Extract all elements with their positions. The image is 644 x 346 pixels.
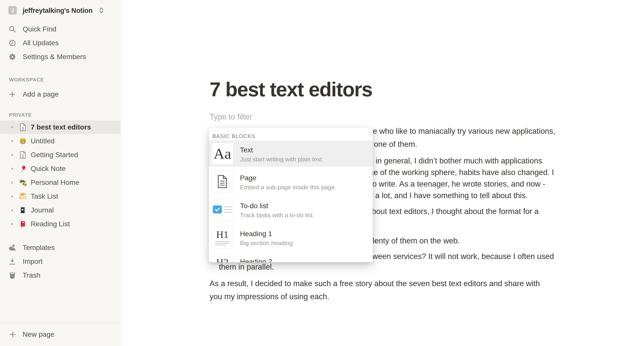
sidebar-page-label: Getting Started: [31, 151, 78, 159]
heading1-block-icon: H1: [211, 226, 233, 248]
toggle-expand-icon[interactable]: [10, 208, 15, 212]
sidebar-page-label: Task List: [31, 192, 58, 200]
sidebar-page-quick-note[interactable]: Quick Note: [0, 162, 121, 176]
menu-item-title: Heading 1: [240, 230, 272, 238]
article-text-line[interactable]: bout text editors, I thought about the f…: [372, 206, 539, 217]
page-document-icon: [19, 151, 27, 159]
toggle-expand-icon[interactable]: [10, 139, 15, 143]
article-text-line[interactable]: them in parallel.: [219, 262, 274, 272]
menu-item-title: Text: [240, 146, 253, 154]
sidebar-item-trash[interactable]: Trash: [0, 269, 121, 282]
menu-item-description: Big section heading.: [240, 239, 294, 247]
slash-command-menu: BASIC BLOCKS Aa Text Just start writing …: [209, 127, 373, 262]
toggle-expand-icon[interactable]: [10, 194, 15, 198]
sidebar-page-task-list[interactable]: Task List: [0, 190, 121, 203]
menu-item-description: Just start writing with plain text.: [240, 156, 324, 163]
new-page-label: New page: [23, 330, 54, 338]
menu-item-heading-2[interactable]: H2 Heading 2: [209, 252, 373, 262]
add-a-page-label: Add a page: [23, 90, 59, 98]
article-text-line[interactable]: you my impressions of using each.: [210, 292, 329, 302]
sidebar-item-import[interactable]: Import: [0, 255, 121, 268]
article-text-line[interactable]: ween services? It will not work, because…: [372, 251, 554, 262]
article-text-line[interactable]: l a lot, and I have something to tell ab…: [371, 191, 528, 201]
templates-shapes-icon: [9, 244, 16, 251]
sidebar-item-label: Import: [23, 257, 43, 266]
toggle-expand-icon[interactable]: [10, 125, 15, 129]
article-text-line[interactable]: , in general, I didn’t bother much with …: [371, 156, 542, 166]
sidebar-page-journal[interactable]: Journal: [0, 203, 121, 217]
sidebar-page-label: Untitled: [31, 137, 55, 145]
workspace-avatar: J: [8, 6, 17, 15]
menu-item-heading-1[interactable]: H1 Heading 1 Big section heading.: [209, 224, 373, 250]
clock-icon: [9, 39, 16, 47]
todo-block-icon: [211, 198, 233, 221]
sidebar-item-templates[interactable]: Templates: [0, 241, 121, 254]
article-text-line[interactable]: plenty of them on the web.: [368, 236, 460, 246]
menu-item-title: To-do list: [240, 202, 268, 210]
sidebar-page-personal-home[interactable]: Personal Home: [0, 176, 121, 189]
gear-icon: [9, 53, 16, 61]
sidebar-item-all-updates[interactable]: All Updates: [0, 37, 121, 49]
toggle-expand-icon[interactable]: [10, 153, 15, 157]
toggle-expand-icon[interactable]: [10, 181, 15, 185]
sidebar-item-label: Templates: [23, 244, 55, 252]
plus-icon: [9, 91, 16, 98]
menu-item-title: Page: [240, 174, 256, 182]
notebook-emoji: [19, 206, 27, 214]
sidebar-item-label: Trash: [23, 271, 41, 279]
import-download-icon: [9, 258, 16, 265]
article-text-line[interactable]: one of them.: [374, 139, 417, 149]
menu-item-text[interactable]: Aa Text Just start writing with plain te…: [209, 141, 373, 167]
menu-item-title: Heading 2: [240, 257, 272, 262]
private-section-header[interactable]: PRIVATE: [9, 112, 32, 118]
article-text-line[interactable]: ge of the working sphere, habits have al…: [369, 167, 554, 178]
sidebar-item-label: Quick Find: [23, 25, 56, 33]
new-page-button[interactable]: New page: [0, 323, 121, 346]
plus-icon: [9, 331, 17, 338]
search-icon: [9, 25, 16, 33]
notion-app-window: J jeffreytalking's Notion Quick Find: [0, 0, 644, 346]
filter-placeholder-text[interactable]: Type to filter: [210, 112, 252, 122]
toggle-expand-icon[interactable]: [10, 222, 15, 226]
page-document-icon: [19, 123, 27, 131]
menu-item-description: Embed a sub-page inside this page.: [240, 184, 336, 191]
sidebar-item-settings-members[interactable]: Settings & Members: [0, 51, 121, 63]
menu-section-header: BASIC BLOCKS: [212, 133, 255, 140]
sidebar: J jeffreytalking's Notion Quick Find: [0, 0, 121, 346]
workspace-switch-chevrons-icon: [99, 7, 104, 15]
page-block-icon: [211, 170, 233, 193]
menu-item-to-do-list[interactable]: To-do list Track tasks with a to-do list…: [209, 196, 373, 223]
sidebar-item-label: All Updates: [23, 39, 59, 47]
toggle-expand-icon[interactable]: [10, 167, 15, 171]
workspace-switcher[interactable]: J jeffreytalking's Notion: [0, 6, 121, 17]
trash-bucket-icon: [9, 272, 16, 279]
sidebar-page-reading-list[interactable]: Reading List: [0, 217, 121, 231]
article-text-line[interactable]: e who like to maniacally try various new…: [373, 126, 555, 136]
workspace-name: jeffreytalking's Notion: [23, 7, 93, 15]
text-block-icon: Aa: [211, 143, 233, 165]
checkbox-checked-icon: [213, 205, 222, 213]
heading2-block-icon: H2: [211, 254, 233, 262]
grinning-face-emoji: [19, 137, 27, 145]
sidebar-page-7-best-text-editors[interactable]: 7 best text editors: [0, 120, 121, 134]
article-text-line[interactable]: As a result, I decided to make such a fr…: [210, 279, 540, 289]
sidebar-page-label: Reading List: [31, 220, 70, 228]
pushpin-emoji: [19, 165, 27, 172]
menu-item-page[interactable]: Page Embed a sub-page inside this page.: [209, 168, 373, 195]
sidebar-page-label: Journal: [31, 206, 54, 214]
sidebar-page-getting-started[interactable]: Getting Started: [0, 148, 121, 162]
menu-item-description: Track tasks with a to-do list.: [240, 211, 314, 219]
article-text-line[interactable]: o write. As a teenager, he wrote stories…: [372, 179, 545, 189]
confetti-ball-emoji: [19, 193, 27, 200]
red-book-emoji: [19, 220, 27, 228]
sidebar-item-label: Settings & Members: [23, 53, 86, 61]
sidebar-page-label: Personal Home: [31, 179, 79, 187]
sidebar-page-untitled[interactable]: Untitled: [0, 134, 121, 148]
sidebar-page-label: 7 best text editors: [31, 123, 91, 131]
add-a-page-button[interactable]: Add a page: [0, 88, 121, 101]
workspace-section-header[interactable]: WORKSPACE: [9, 77, 44, 83]
house-with-garden-emoji: [19, 179, 27, 186]
page-title[interactable]: 7 best text editors: [210, 79, 372, 100]
sidebar-item-quick-find[interactable]: Quick Find: [0, 23, 121, 35]
sidebar-page-label: Quick Note: [31, 165, 66, 173]
